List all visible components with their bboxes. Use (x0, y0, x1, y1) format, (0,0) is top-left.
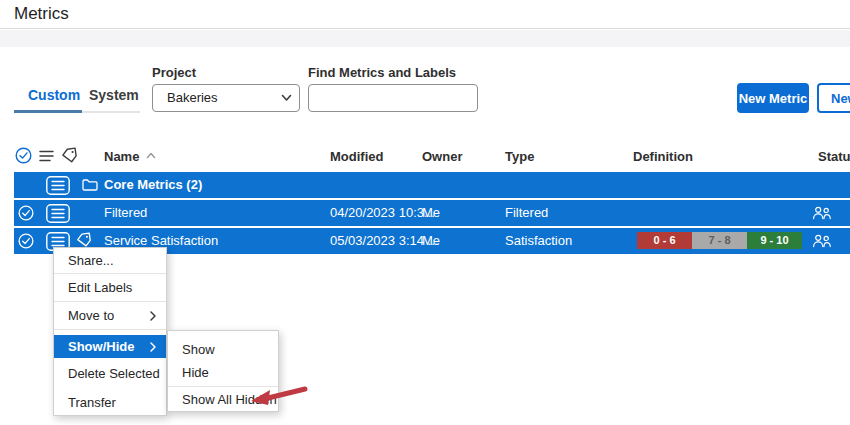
project-select-value: Bakeries (167, 90, 218, 105)
table-row-filtered[interactable]: Filtered 04/20/2023 10:3... Me Filtered (14, 200, 850, 226)
definition-badge-promoter: 9 - 10 (747, 232, 802, 249)
tag-icon[interactable] (61, 147, 78, 164)
annotation-arrow-icon (249, 384, 309, 406)
tab-system[interactable]: System (89, 87, 139, 103)
row-name: Filtered (104, 205, 147, 220)
row-select-icon[interactable] (18, 233, 34, 249)
chevron-down-icon (281, 94, 292, 102)
definition-badge-detractor: 0 - 6 (637, 232, 692, 249)
header-divider-band (0, 30, 850, 47)
sort-ascending-icon (146, 152, 156, 159)
menu-item-transfer[interactable]: Transfer (54, 389, 166, 415)
row-menu-icon[interactable] (46, 204, 70, 223)
shared-users-icon (812, 234, 832, 248)
group-row-name: Core Metrics (2) (104, 177, 202, 192)
tab-active-underline (14, 110, 82, 113)
row-owner: Me (422, 233, 440, 248)
row-type: Satisfaction (505, 233, 572, 248)
new-metric-button[interactable]: New Metric (737, 83, 809, 113)
shared-users-icon (812, 206, 832, 220)
folder-icon (82, 178, 98, 191)
row-name: Service Satisfaction (104, 233, 218, 248)
table-group-row[interactable]: Core Metrics (2) (14, 172, 850, 198)
project-label: Project (152, 65, 196, 80)
row-menu-icon[interactable] (46, 176, 70, 195)
column-header-definition[interactable]: Definition (633, 149, 693, 164)
menu-item-show-hide[interactable]: Show/Hide (54, 335, 166, 358)
tag-icon[interactable] (76, 232, 92, 248)
row-type: Filtered (505, 205, 548, 220)
top-bar (0, 0, 850, 29)
menu-item-delete-selected[interactable]: Delete Selected (54, 358, 166, 389)
column-header-modified[interactable]: Modified (330, 149, 383, 164)
menu-item-move-to[interactable]: Move to (54, 302, 166, 329)
chevron-right-icon (150, 311, 156, 321)
page-title: Metrics (14, 4, 69, 24)
submenu-spacer (168, 331, 278, 338)
column-header-type[interactable]: Type (505, 149, 534, 164)
chevron-right-icon (150, 342, 156, 352)
search-input[interactable] (308, 84, 478, 112)
menu-item-share[interactable]: Share... (54, 248, 166, 273)
row-context-menu: Share... Edit Labels Move to Show/Hide D… (53, 247, 167, 416)
tab-strip-underline (82, 111, 140, 113)
new-secondary-button[interactable]: New (817, 83, 850, 113)
column-header-name[interactable]: Name (104, 149, 139, 164)
definition-badge-passive: 7 - 8 (692, 232, 747, 249)
metrics-page: { "header": { "title": "Metrics" }, "too… (0, 0, 850, 425)
column-header-status[interactable]: Status (818, 149, 850, 164)
list-options-icon[interactable] (39, 150, 54, 162)
submenu-item-hide[interactable]: Hide (168, 361, 278, 384)
row-modified: 04/20/2023 10:3... (330, 205, 435, 220)
select-all-icon[interactable] (15, 147, 32, 164)
submenu-item-show[interactable]: Show (168, 338, 278, 361)
column-header-owner[interactable]: Owner (422, 149, 462, 164)
row-select-icon[interactable] (18, 205, 34, 221)
menu-item-edit-labels[interactable]: Edit Labels (54, 274, 166, 301)
project-select[interactable]: Bakeries (152, 84, 300, 112)
tab-custom[interactable]: Custom (28, 87, 80, 103)
row-owner: Me (422, 205, 440, 220)
search-label: Find Metrics and Labels (308, 65, 456, 80)
